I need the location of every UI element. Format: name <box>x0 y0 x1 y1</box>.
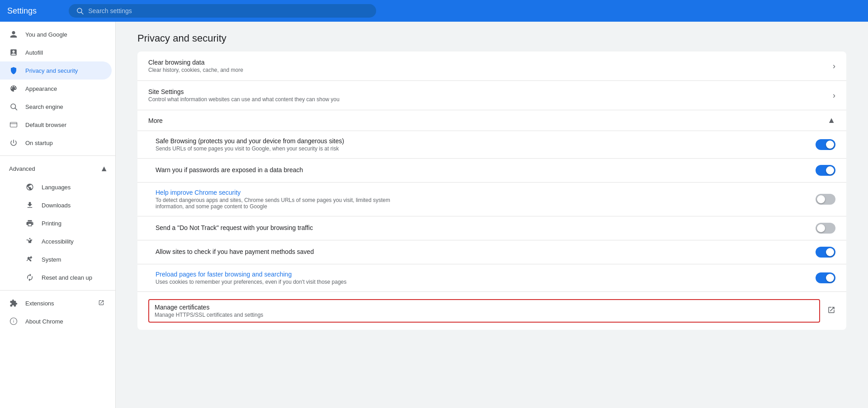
clear-browsing-subtitle: Clear history, cookies, cache, and more <box>148 67 243 73</box>
sidebar-divider-1 <box>0 155 115 156</box>
site-settings-subtitle: Control what information websites can us… <box>148 96 340 103</box>
external-link-icon <box>98 300 104 307</box>
sidebar-label-about-chrome: About Chrome <box>25 318 63 325</box>
power-icon <box>9 138 18 147</box>
safe-browsing-subtitle: Sends URLs of some pages you visit to Go… <box>156 145 344 152</box>
help-improve-toggle[interactable] <box>816 194 835 205</box>
search-icon <box>76 7 84 15</box>
extensions-icon <box>9 299 18 308</box>
autofill-icon <box>9 48 18 57</box>
sidebar-item-appearance[interactable]: Appearance <box>0 80 112 98</box>
main-layout: You and Google Autofill Privacy and secu… <box>0 22 868 408</box>
sidebar-label-reset: Reset and clean up <box>42 274 92 281</box>
payment-methods-title: Allow sites to check if you have payment… <box>156 248 314 255</box>
wrench-icon <box>25 255 34 264</box>
person-icon <box>9 30 18 39</box>
sidebar-label-downloads: Downloads <box>42 202 71 209</box>
preload-pages-toggle[interactable] <box>816 272 835 283</box>
svg-rect-4 <box>10 122 17 127</box>
sidebar-item-accessibility[interactable]: Accessibility <box>0 232 112 250</box>
sidebar: You and Google Autofill Privacy and secu… <box>0 22 116 408</box>
download-icon <box>25 201 34 210</box>
sidebar-label-search-engine: Search engine <box>25 103 63 110</box>
clear-browsing-title: Clear browsing data <box>148 59 243 66</box>
sidebar-item-languages[interactable]: Languages <box>0 178 112 196</box>
palette-icon <box>9 84 18 93</box>
sidebar-label-languages: Languages <box>42 184 71 191</box>
sidebar-item-autofill[interactable]: Autofill <box>0 43 112 61</box>
svg-line-1 <box>81 12 83 14</box>
sidebar-label-extensions: Extensions <box>25 300 91 307</box>
safe-browsing-row: Safe Browsing (protects you and your dev… <box>137 131 846 159</box>
manage-certificates-subtitle: Manage HTTPS/SSL certificates and settin… <box>155 312 814 318</box>
warn-passwords-toggle[interactable] <box>816 165 835 176</box>
sidebar-item-reset-and-clean[interactable]: Reset and clean up <box>0 268 112 286</box>
warn-passwords-row: Warn you if passwords are exposed in a d… <box>137 159 846 183</box>
about-chrome-icon: i <box>9 317 18 326</box>
sidebar-item-printing[interactable]: Printing <box>0 214 112 232</box>
sidebar-item-system[interactable]: System <box>0 250 112 268</box>
sidebar-item-you-and-google[interactable]: You and Google <box>0 25 112 43</box>
sidebar-divider-2 <box>0 290 115 291</box>
sidebar-item-privacy-and-security[interactable]: Privacy and security <box>0 61 112 80</box>
sidebar-label-privacy: Privacy and security <box>25 67 78 74</box>
site-settings-row[interactable]: Site Settings Control what information w… <box>137 81 846 110</box>
search-bar[interactable] <box>69 4 376 18</box>
browser-icon <box>9 120 18 129</box>
manage-certificates-row[interactable]: Manage certificates Manage HTTPS/SSL cer… <box>137 292 846 330</box>
svg-text:i: i <box>13 319 14 324</box>
clear-browsing-data-text: Clear browsing data Clear history, cooki… <box>148 59 243 73</box>
globe-icon <box>25 183 34 192</box>
svg-line-3 <box>15 108 17 110</box>
sidebar-label-appearance: Appearance <box>25 85 57 92</box>
warn-passwords-title: Warn you if passwords are exposed in a d… <box>156 166 303 174</box>
chevron-right-icon-2: › <box>833 91 835 100</box>
do-not-track-toggle[interactable] <box>816 223 835 234</box>
sidebar-label-system: System <box>42 256 61 263</box>
main-content: Privacy and security Clear browsing data… <box>116 22 868 408</box>
preload-pages-subtitle: Uses cookies to remember your preference… <box>156 279 347 285</box>
sidebar-label-default-browser: Default browser <box>25 122 66 128</box>
sidebar-item-extensions[interactable]: Extensions <box>0 294 112 312</box>
site-settings-text: Site Settings Control what information w… <box>148 88 340 103</box>
privacy-card: Clear browsing data Clear history, cooki… <box>137 52 846 330</box>
more-chevron-icon: ▲ <box>827 116 835 125</box>
search-input[interactable] <box>88 7 369 14</box>
accessibility-icon <box>25 237 34 246</box>
sidebar-item-about-chrome[interactable]: i About Chrome <box>0 312 112 330</box>
header: Settings <box>0 0 868 22</box>
sidebar-label-printing: Printing <box>42 220 61 227</box>
shield-icon <box>9 66 18 75</box>
sidebar-advanced-header[interactable]: Advanced ▲ <box>0 159 115 178</box>
page-title: Privacy and security <box>137 33 846 44</box>
safe-browsing-toggle[interactable] <box>816 139 835 150</box>
more-section-header[interactable]: More ▲ <box>137 110 846 131</box>
app-title: Settings <box>7 6 61 16</box>
sidebar-label-on-startup: On startup <box>25 140 53 146</box>
help-improve-subtitle: To detect dangerous apps and sites, Chro… <box>156 197 409 210</box>
manage-certificates-title: Manage certificates <box>155 304 814 311</box>
print-icon <box>25 219 34 228</box>
svg-point-6 <box>29 238 31 239</box>
sidebar-item-on-startup[interactable]: On startup <box>0 134 112 152</box>
help-improve-row: Help improve Chrome security To detect d… <box>137 183 846 216</box>
manage-certificates-highlight: Manage certificates Manage HTTPS/SSL cer… <box>148 299 820 323</box>
preload-pages-title: Preload pages for faster browsing and se… <box>156 271 347 278</box>
safe-browsing-title: Safe Browsing (protects you and your dev… <box>156 137 344 145</box>
site-settings-title: Site Settings <box>148 88 340 95</box>
clear-browsing-data-row[interactable]: Clear browsing data Clear history, cooki… <box>137 52 846 81</box>
sidebar-label-autofill: Autofill <box>25 49 43 56</box>
payment-methods-row: Allow sites to check if you have payment… <box>137 240 846 264</box>
payment-methods-toggle[interactable] <box>816 247 835 258</box>
preload-pages-row: Preload pages for faster browsing and se… <box>137 264 846 292</box>
sidebar-label-you-and-google: You and Google <box>25 31 67 38</box>
sidebar-item-search-engine[interactable]: Search engine <box>0 98 112 116</box>
more-label: More <box>148 117 163 124</box>
sidebar-item-default-browser[interactable]: Default browser <box>0 116 112 134</box>
reset-icon <box>25 273 34 282</box>
search-sidebar-icon <box>9 102 18 111</box>
sidebar-item-downloads[interactable]: Downloads <box>0 196 112 214</box>
chevron-up-icon: ▲ <box>100 164 108 174</box>
do-not-track-row: Send a "Do Not Track" request with your … <box>137 216 846 240</box>
chevron-right-icon: › <box>833 61 835 71</box>
